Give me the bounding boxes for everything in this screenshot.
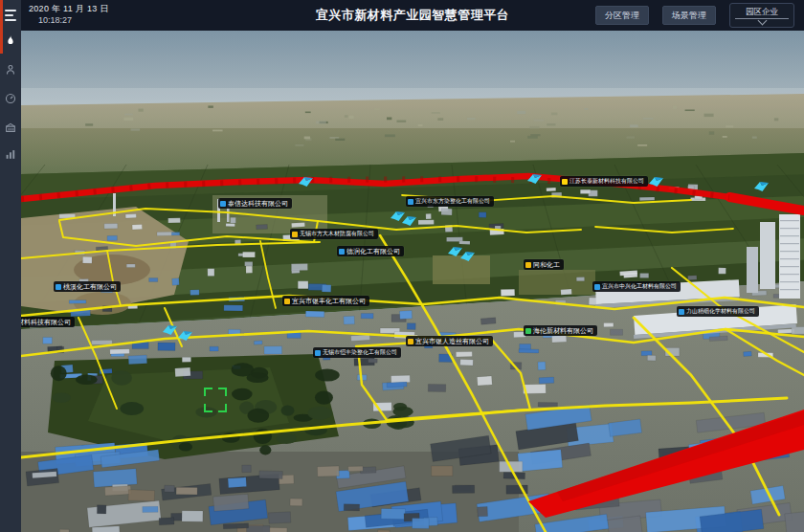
sidebar-item-enterprise-building[interactable] (0, 116, 21, 139)
factory-icon (4, 121, 17, 134)
company-marker-icon (284, 299, 290, 304)
company-label[interactable]: 海伦新材料有限公司 (524, 325, 597, 336)
map-overlays: 泰信达科技有限公司 宜兴市东方染整化工有限公司 无锡市方大木材防腐有限公司 德润… (21, 31, 804, 532)
person-icon (4, 63, 17, 77)
company-label[interactable]: 泰信达科技有限公司 (218, 198, 292, 209)
company-marker-icon (562, 179, 568, 185)
company-marker-icon (315, 350, 321, 356)
zone-management-button[interactable]: 分区管理 (595, 6, 649, 25)
bird-marker-icon[interactable] (163, 323, 177, 341)
company-marker-icon (408, 339, 413, 344)
company-label[interactable]: 宜城新材料科技有限公司 (21, 317, 75, 327)
company-label[interactable]: 桃溪化工有限公司 (54, 281, 121, 292)
company-label[interactable]: 同和化工 (524, 259, 564, 270)
bird-marker-icon[interactable] (178, 329, 192, 346)
company-marker-icon (339, 249, 345, 255)
smart-park-platform-window: 2020 年 11 月 13 日 10:18:27 宜兴市新材料产业园智慧管理平… (0, 0, 804, 532)
top-header: 2020 年 11 月 13 日 10:18:27 宜兴市新材料产业园智慧管理平… (21, 0, 804, 31)
company-label[interactable]: 宜兴市东方染整化工有限公司 (406, 196, 494, 207)
bird-marker-icon[interactable] (649, 175, 663, 192)
sidebar-item-statistics[interactable] (0, 143, 21, 166)
company-marker-icon (220, 201, 226, 207)
company-marker-icon (408, 199, 413, 205)
company-label[interactable]: 宜兴市中兴化工材料有限公司 (592, 281, 681, 292)
company-label[interactable]: 德润化工有限公司 (337, 246, 404, 256)
company-marker-icon (292, 232, 298, 237)
bird-marker-icon[interactable] (754, 180, 769, 197)
company-marker-icon (56, 284, 61, 290)
company-label[interactable]: 江苏长泰新材料科技有限公司 (560, 176, 648, 187)
company-marker-icon (594, 284, 600, 290)
sidebar-item-fire-monitor[interactable] (0, 30, 21, 53)
gauge-icon (4, 92, 17, 105)
bird-marker-icon[interactable] (299, 175, 313, 192)
company-label[interactable]: 无锡市恒丰染整化工有限公司 (313, 347, 401, 358)
company-label[interactable]: 宜兴市银人造丝有限公司 (406, 336, 493, 346)
bird-marker-icon[interactable] (460, 250, 475, 267)
company-label[interactable]: 无锡市方大木材防腐有限公司 (290, 229, 378, 239)
park-enterprise-dropdown[interactable]: 园区企业 (729, 3, 794, 28)
company-marker-icon (525, 328, 531, 334)
left-toolbar (0, 0, 21, 532)
bar-chart-icon (4, 147, 17, 161)
company-label[interactable]: 力山精细化学材料有限公司 (677, 306, 759, 317)
scene-management-button[interactable]: 场景管理 (662, 6, 716, 25)
map-viewport[interactable]: 泰信达科技有限公司 宜兴市东方染整化工有限公司 无锡市方大木材防腐有限公司 德润… (21, 31, 804, 532)
company-marker-icon (525, 262, 531, 268)
bird-marker-icon[interactable] (402, 214, 416, 232)
company-marker-icon (679, 309, 684, 315)
flame-icon (4, 34, 17, 48)
bird-marker-icon[interactable] (527, 172, 542, 189)
hamburger-menu-button[interactable] (0, 4, 21, 27)
sidebar-item-gauge-monitor[interactable] (0, 87, 21, 110)
selection-reticle (204, 388, 227, 412)
hamburger-icon (5, 10, 16, 21)
sidebar-item-personnel[interactable] (0, 58, 21, 81)
company-label[interactable]: 宜兴市银丰化工有限公司 (282, 296, 369, 306)
